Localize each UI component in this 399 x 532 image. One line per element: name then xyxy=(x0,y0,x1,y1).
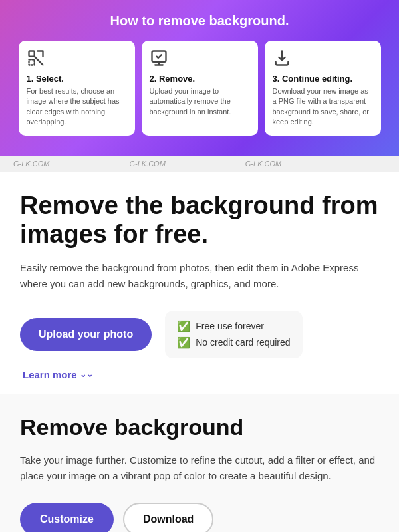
remove-icon xyxy=(150,49,168,67)
learn-more-label: Learn more xyxy=(23,369,77,380)
step-3-title: 3. Continue editing. xyxy=(273,74,373,84)
customize-button[interactable]: Customize xyxy=(20,503,114,532)
hero-title: How to remove background. xyxy=(13,13,386,29)
action-row: Upload your photo ✅ Free use forever ✅ N… xyxy=(20,311,379,358)
feature-item-2: ✅ No credit card required xyxy=(177,336,290,349)
button-row: Customize Download xyxy=(20,503,379,532)
step-card-2: 2. Remove. Upload your image to automati… xyxy=(142,41,258,136)
watermark-3: G-LK.COM xyxy=(245,160,281,168)
watermark-1: G-LK.COM xyxy=(13,160,49,168)
steps-row: 1. Select. For best results, choose an i… xyxy=(13,41,386,136)
watermark-row: G-LK.COM G-LK.COM G-LK.COM xyxy=(0,156,399,172)
step-2-title: 2. Remove. xyxy=(150,74,250,84)
chevron-down-icon: ⌄⌄ xyxy=(80,370,93,379)
remove-bg-section: Remove background Take your image furthe… xyxy=(0,394,399,532)
main-headline: Remove the background from images for fr… xyxy=(20,192,379,249)
features-box: ✅ Free use forever ✅ No credit card requ… xyxy=(165,311,302,358)
watermark-2: G-LK.COM xyxy=(129,160,165,168)
svg-rect-0 xyxy=(29,51,34,57)
main-subtitle: Easily remove the background from photos… xyxy=(20,260,379,292)
check-icon-1: ✅ xyxy=(177,320,190,332)
step-2-desc: Upload your image to automatically remov… xyxy=(150,86,250,117)
step-card-1: 1. Select. For best results, choose an i… xyxy=(19,41,135,136)
feature-item-1: ✅ Free use forever xyxy=(177,320,290,332)
hero-section: How to remove background. 1. Select. For… xyxy=(0,0,399,156)
feature-label-1: Free use forever xyxy=(196,321,264,331)
learn-more-link[interactable]: Learn more ⌄⌄ xyxy=(23,369,93,380)
remove-bg-title: Remove background xyxy=(20,414,379,440)
step-1-title: 1. Select. xyxy=(27,74,127,84)
select-icon xyxy=(27,49,45,67)
download-button[interactable]: Download xyxy=(123,503,213,532)
remove-bg-desc: Take your image further. Customize to re… xyxy=(20,452,379,484)
step-card-3: 3. Continue editing. Download your new i… xyxy=(265,41,381,136)
step-1-desc: For best results, choose an image where … xyxy=(27,86,127,128)
learn-more-row: Learn more ⌄⌄ xyxy=(20,369,379,381)
feature-label-2: No credit card required xyxy=(196,337,290,348)
check-icon-2: ✅ xyxy=(177,336,190,349)
step-3-desc: Download your new image as a PNG file wi… xyxy=(273,86,373,128)
upload-photo-button[interactable]: Upload your photo xyxy=(20,318,152,351)
download-edit-icon xyxy=(273,49,291,67)
main-content: Remove the background from images for fr… xyxy=(0,172,399,394)
